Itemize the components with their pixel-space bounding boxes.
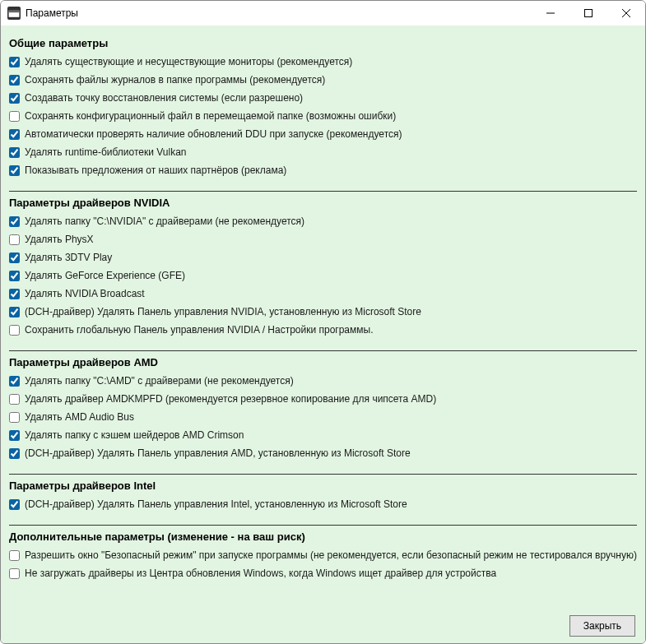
option-row: Удалять существующие и несуществующие мо…	[9, 53, 637, 71]
option-label[interactable]: Показывать предложения от наших партнёро…	[25, 163, 286, 178]
option-row: Удалять NVIDIA Broadcast	[9, 285, 637, 303]
option-checkbox[interactable]	[9, 430, 20, 441]
section-title-general: Общие параметры	[9, 37, 637, 49]
option-checkbox[interactable]	[9, 147, 20, 158]
option-checkbox[interactable]	[9, 325, 20, 336]
titlebar: Параметры	[1, 1, 645, 25]
option-checkbox[interactable]	[9, 253, 20, 263]
option-checkbox[interactable]	[9, 550, 20, 561]
option-label[interactable]: Удалять runtime-библиотеки Vulkan	[25, 145, 187, 160]
separator	[9, 525, 637, 526]
option-checkbox[interactable]	[9, 271, 20, 281]
section-general-options: Удалять существующие и несуществующие мо…	[9, 53, 637, 179]
option-row: Показывать предложения от наших партнёро…	[9, 161, 637, 179]
separator	[9, 474, 637, 475]
option-checkbox[interactable]	[9, 376, 20, 387]
option-row: Удалять папку "C:\NVIDIA" с драйверами (…	[9, 212, 637, 230]
option-label[interactable]: Разрешить окно "Безопасный режим" при за…	[25, 548, 637, 563]
section-title-amd: Параметры драйверов AMD	[9, 356, 637, 368]
option-checkbox[interactable]	[9, 165, 20, 176]
section-title-intel: Параметры драйверов Intel	[9, 480, 637, 492]
option-checkbox[interactable]	[9, 307, 20, 317]
option-checkbox[interactable]	[9, 111, 20, 122]
option-checkbox[interactable]	[9, 448, 20, 459]
option-checkbox[interactable]	[9, 216, 20, 227]
option-row: Удалять GeForce Experience (GFE)	[9, 266, 637, 285]
app-icon	[7, 7, 21, 20]
option-label[interactable]: Сохранить глобальную Панель управления N…	[25, 322, 374, 337]
option-label[interactable]: Удалять PhysX	[25, 232, 94, 247]
option-row: Автоматически проверять наличие обновлен…	[9, 125, 637, 143]
option-label[interactable]: Сохранять конфигурационный файл в переме…	[25, 109, 396, 123]
footer: Закрыть	[1, 609, 645, 643]
option-row: (DCH-драйвер) Удалять Панель управления …	[9, 495, 637, 513]
option-checkbox[interactable]	[9, 394, 20, 405]
section-intel-options: (DCH-драйвер) Удалять Панель управления …	[9, 495, 637, 513]
section-amd-options: Удалять папку "C:\AMD" с драйверами (не …	[9, 372, 637, 462]
option-label[interactable]: Сохранять файлы журналов в папке програм…	[25, 72, 325, 87]
option-checkbox[interactable]	[9, 568, 20, 579]
option-checkbox[interactable]	[9, 234, 20, 245]
section-advanced-options: Разрешить окно "Безопасный режим" при за…	[9, 546, 637, 582]
option-row: Сохранять конфигурационный файл в переме…	[9, 107, 637, 125]
separator	[9, 350, 637, 351]
separator	[9, 191, 637, 192]
option-label[interactable]: (DCH-драйвер) Удалять Панель управления …	[25, 497, 407, 512]
option-label[interactable]: (DCH-драйвер) Удалять Панель управления …	[25, 446, 411, 461]
section-nvidia-options: Удалять папку "C:\NVIDIA" с драйверами (…	[9, 212, 637, 339]
option-checkbox[interactable]	[9, 499, 20, 510]
option-row: Создавать точку восстановления системы (…	[9, 89, 637, 107]
option-label[interactable]: Удалять папку "C:\AMD" с драйверами (не …	[25, 373, 294, 388]
close-button[interactable]: Закрыть	[569, 615, 635, 637]
option-label[interactable]: Удалять NVIDIA Broadcast	[25, 286, 145, 301]
close-window-button[interactable]	[607, 1, 645, 25]
option-row: Удалять AMD Audio Bus	[9, 408, 637, 426]
option-checkbox[interactable]	[9, 93, 20, 104]
minimize-button[interactable]	[532, 1, 569, 25]
option-row: Удалять папку "C:\AMD" с драйверами (не …	[9, 372, 637, 390]
option-label[interactable]: Не загружать драйверы из Центра обновлен…	[25, 566, 496, 581]
option-row: (DCH-драйвер) Удалять Панель управления …	[9, 303, 637, 321]
option-row: Удалять 3DTV Play	[9, 248, 637, 266]
option-label[interactable]: Удалять GeForce Experience (GFE)	[25, 268, 185, 283]
option-row: Разрешить окно "Безопасный режим" при за…	[9, 546, 637, 564]
option-label[interactable]: (DCH-драйвер) Удалять Панель управления …	[25, 304, 421, 319]
option-label[interactable]: Автоматически проверять наличие обновлен…	[25, 127, 402, 141]
section-title-nvidia: Параметры драйверов NVIDIA	[9, 197, 637, 209]
section-title-advanced: Дополнительные параметры (изменение - на…	[9, 530, 637, 543]
option-row: (DCH-драйвер) Удалять Панель управления …	[9, 444, 637, 462]
option-row: Удалять PhysX	[9, 230, 637, 248]
option-row: Сохранить глобальную Панель управления N…	[9, 321, 637, 339]
option-row: Не загружать драйверы из Центра обновлен…	[9, 564, 637, 582]
option-checkbox[interactable]	[9, 129, 20, 140]
option-row: Сохранять файлы журналов в папке програм…	[9, 71, 637, 89]
content-area: Общие параметры Удалять существующие и н…	[1, 25, 645, 643]
window-controls	[532, 1, 645, 25]
option-label[interactable]: Удалять AMD Audio Bus	[25, 410, 134, 424]
maximize-button[interactable]	[569, 1, 607, 25]
svg-rect-3	[585, 10, 593, 17]
option-checkbox[interactable]	[9, 289, 20, 299]
option-checkbox[interactable]	[9, 75, 20, 86]
window-title: Параметры	[26, 7, 532, 19]
option-label[interactable]: Удалять драйвер AMDKMPFD (рекомендуется …	[25, 391, 436, 406]
option-label[interactable]: Удалять папку с кэшем шейдеров AMD Crims…	[25, 428, 244, 442]
option-label[interactable]: Удалять 3DTV Play	[25, 250, 112, 265]
option-checkbox[interactable]	[9, 57, 20, 67]
svg-rect-1	[9, 11, 20, 12]
option-label[interactable]: Удалять существующие и несуществующие мо…	[25, 54, 352, 69]
option-label[interactable]: Создавать точку восстановления системы (…	[25, 90, 303, 105]
option-row: Удалять папку с кэшем шейдеров AMD Crims…	[9, 426, 637, 444]
option-row: Удалять runtime-библиотеки Vulkan	[9, 143, 637, 161]
option-label[interactable]: Удалять папку "C:\NVIDIA" с драйверами (…	[25, 214, 304, 229]
option-checkbox[interactable]	[9, 412, 20, 423]
option-row: Удалять драйвер AMDKMPFD (рекомендуется …	[9, 390, 637, 408]
